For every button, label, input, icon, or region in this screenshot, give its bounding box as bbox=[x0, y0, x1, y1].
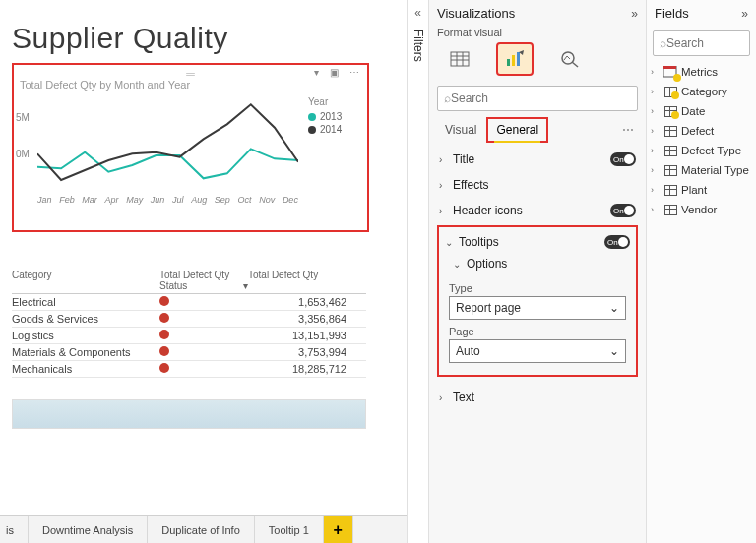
collapse-fields-icon[interactable]: » bbox=[741, 7, 748, 21]
tab-visual[interactable]: Visual bbox=[437, 119, 484, 141]
table-row[interactable]: Materials & Components3,753,994 bbox=[12, 344, 366, 361]
table-icon bbox=[662, 104, 678, 118]
table-icon bbox=[662, 203, 678, 216]
chevron-down-icon: ⌄ bbox=[609, 344, 619, 358]
field-metrics[interactable]: ›Metrics bbox=[649, 62, 754, 82]
table-row[interactable]: Mechanicals18,285,712 bbox=[12, 361, 366, 378]
section-tooltips-box: ⌄ Tooltips On ⌄ Options Type Report page… bbox=[437, 225, 638, 377]
collapse-icon[interactable]: « bbox=[414, 6, 421, 20]
status-dot-icon bbox=[159, 296, 169, 306]
more-options-icon[interactable]: ⋯ bbox=[618, 123, 638, 137]
chevron-right-icon: › bbox=[439, 180, 453, 191]
field-vendor[interactable]: ›Vendor bbox=[649, 200, 754, 219]
tab-general[interactable]: General bbox=[488, 119, 546, 141]
visualizations-title: Visualizations bbox=[437, 6, 515, 21]
format-search-input[interactable] bbox=[451, 91, 631, 105]
section-text[interactable]: › Text bbox=[433, 385, 642, 410]
chevron-right-icon: › bbox=[439, 392, 453, 403]
type-select[interactable]: Report page ⌄ bbox=[449, 296, 626, 320]
section-tooltips[interactable]: ⌄ Tooltips On bbox=[443, 231, 632, 253]
visual-action-icons[interactable]: ▾ ▣ ⋯ bbox=[314, 67, 363, 78]
collapse-vis-icon[interactable]: » bbox=[631, 7, 638, 21]
tab-downtime[interactable]: Downtime Analysis bbox=[29, 516, 148, 543]
section-effects[interactable]: › Effects bbox=[433, 172, 642, 198]
svg-line-9 bbox=[572, 62, 578, 67]
category-table[interactable]: Category Total Defect Qty Status▾ Total … bbox=[12, 270, 366, 378]
chevron-right-icon: › bbox=[439, 206, 453, 216]
analytics-button[interactable] bbox=[553, 44, 587, 74]
status-dot-icon bbox=[159, 346, 169, 356]
tab-partial[interactable]: is bbox=[0, 516, 29, 543]
search-icon: ⌕ bbox=[660, 36, 666, 50]
page-title: Supplier Quality bbox=[12, 22, 407, 55]
section-options[interactable]: ⌄ Options bbox=[443, 253, 632, 274]
header-icons-toggle[interactable]: On bbox=[610, 204, 636, 217]
field-defect[interactable]: ›Defect bbox=[649, 121, 754, 141]
status-dot-icon bbox=[159, 363, 169, 373]
page-tabs: is Downtime Analysis Duplicate of Info T… bbox=[0, 515, 407, 543]
chart-legend: Year 2013 2014 bbox=[308, 96, 342, 195]
fields-panel: Fields » ⌕ ›Metrics›Category›Date›Defect… bbox=[646, 0, 756, 543]
svg-rect-11 bbox=[663, 66, 676, 69]
chart-visual[interactable]: ═ ▾ ▣ ⋯ Total Defect Qty by Month and Ye… bbox=[12, 63, 369, 232]
format-search[interactable]: ⌕ bbox=[437, 86, 638, 111]
svg-rect-7 bbox=[517, 52, 520, 66]
title-toggle[interactable]: On bbox=[610, 152, 636, 166]
report-canvas: Supplier Quality ═ ▾ ▣ ⋯ Total Defect Qt… bbox=[0, 0, 407, 543]
chevron-down-icon: ⌄ bbox=[453, 259, 467, 270]
type-label: Type bbox=[449, 282, 626, 294]
table-icon bbox=[662, 183, 678, 197]
tooltips-toggle[interactable]: On bbox=[604, 235, 630, 249]
format-visual-label: Format visual bbox=[429, 27, 646, 38]
fields-search[interactable]: ⌕ bbox=[653, 30, 750, 56]
page-label: Page bbox=[449, 326, 626, 337]
section-title[interactable]: › Title On bbox=[433, 147, 642, 172]
field-defect-type[interactable]: ›Defect Type bbox=[649, 141, 754, 160]
fields-search-input[interactable] bbox=[666, 36, 756, 50]
format-visual-button[interactable] bbox=[498, 44, 532, 74]
table-icon bbox=[662, 124, 678, 138]
table-icon bbox=[662, 163, 678, 177]
field-category[interactable]: ›Category bbox=[649, 82, 754, 101]
filters-label: Filters bbox=[411, 30, 425, 62]
status-dot-icon bbox=[159, 313, 169, 323]
add-page-button[interactable]: + bbox=[324, 516, 353, 543]
tab-tooltip1[interactable]: Tooltip 1 bbox=[255, 516, 324, 543]
chevron-down-icon: ⌄ bbox=[609, 301, 619, 315]
svg-rect-6 bbox=[512, 55, 515, 66]
x-axis-labels: JanFebMarAprMayJunJulAugSepOctNovDec bbox=[37, 195, 298, 205]
field-date[interactable]: ›Date bbox=[649, 101, 754, 121]
page-select[interactable]: Auto ⌄ bbox=[449, 339, 626, 363]
field-plant[interactable]: ›Plant bbox=[649, 180, 754, 200]
map-visual[interactable] bbox=[12, 399, 366, 429]
table-row[interactable]: Logistics13,151,993 bbox=[12, 328, 366, 344]
chart-plot bbox=[37, 96, 298, 195]
status-dot-icon bbox=[159, 330, 169, 339]
chevron-down-icon: ⌄ bbox=[445, 237, 459, 248]
build-visual-button[interactable] bbox=[443, 44, 476, 74]
svg-rect-5 bbox=[507, 59, 510, 66]
drag-handle-icon[interactable]: ═ bbox=[186, 67, 195, 81]
svg-rect-0 bbox=[451, 52, 469, 66]
table-icon bbox=[662, 65, 678, 79]
table-header: Category Total Defect Qty Status▾ Total … bbox=[12, 270, 366, 294]
table-row[interactable]: Electrical1,653,462 bbox=[12, 294, 366, 311]
visualizations-panel: Visualizations » Format visual ⌕ Visual … bbox=[428, 0, 646, 543]
fields-title: Fields bbox=[655, 6, 689, 21]
table-row[interactable]: Goods & Services3,356,864 bbox=[12, 311, 366, 328]
chevron-right-icon: › bbox=[439, 154, 453, 165]
field-material-type[interactable]: ›Material Type bbox=[649, 160, 754, 180]
tab-duplicate[interactable]: Duplicate of Info bbox=[148, 516, 255, 543]
section-header-icons[interactable]: › Header icons On bbox=[433, 198, 642, 223]
table-icon bbox=[662, 85, 678, 98]
search-icon: ⌕ bbox=[444, 91, 451, 105]
y-axis-labels: 5M 0M bbox=[16, 112, 30, 185]
filters-rail[interactable]: « Filters bbox=[407, 0, 428, 543]
table-icon bbox=[662, 144, 678, 157]
